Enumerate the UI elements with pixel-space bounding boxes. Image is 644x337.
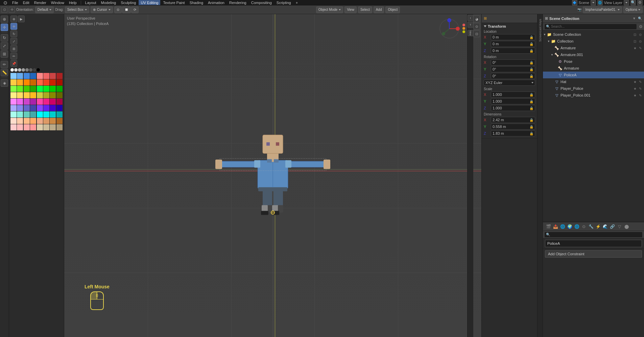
- swatch-mg[interactable]: [18, 68, 21, 72]
- color-swatch-30[interactable]: [43, 92, 49, 98]
- color-swatch-63[interactable]: [50, 118, 56, 124]
- location-x-field[interactable]: 0 m 🔒: [491, 34, 535, 40]
- snap-btn[interactable]: 🔲: [122, 6, 131, 13]
- swatch-g1[interactable]: [29, 68, 32, 72]
- outliner-scene-collection[interactable]: ▼ 📁 Scene Collection ⊡ ⊙: [543, 31, 644, 38]
- color-swatch-52[interactable]: [30, 111, 36, 118]
- proportional-edit-btn[interactable]: ⊙: [114, 6, 122, 13]
- lock-icon-z[interactable]: 🔒: [529, 49, 533, 53]
- outliner-hat[interactable]: ▽ Hat ★ ✎: [543, 78, 644, 85]
- player001-edit[interactable]: ✎: [638, 93, 643, 98]
- color-swatch-49[interactable]: [10, 111, 17, 118]
- workspace-rendering[interactable]: Rendering: [227, 0, 248, 5]
- color-swatch-14[interactable]: [43, 79, 49, 85]
- rotation-mode-dropdown[interactable]: XYZ Euler: [484, 80, 535, 86]
- overlay-toggle[interactable]: ⊙: [473, 23, 480, 30]
- color-swatch-13[interactable]: [37, 79, 43, 85]
- scene-selector[interactable]: [591, 0, 596, 5]
- color-swatch-68[interactable]: [30, 124, 36, 130]
- player001-star[interactable]: ★: [633, 93, 637, 98]
- outliner-policea[interactable]: ▽ PoliceA: [543, 72, 644, 78]
- view-layer-props-icon[interactable]: 🌐: [559, 223, 566, 230]
- color-swatch-47[interactable]: [50, 105, 56, 111]
- workspace-uv-editing[interactable]: UV Editing: [139, 0, 160, 5]
- outliner-armature-child[interactable]: 🦴 Armature: [543, 65, 644, 72]
- color-swatch-62[interactable]: [43, 118, 49, 124]
- color-swatch-61[interactable]: [37, 118, 43, 124]
- view-btn-side[interactable]: View: [468, 30, 474, 36]
- outliner-pose[interactable]: ⚙ Pose: [543, 58, 644, 65]
- player-star[interactable]: ★: [633, 86, 637, 91]
- lock-sx[interactable]: 🔒: [529, 93, 533, 97]
- cursor-dropdown[interactable]: ⊕ Cursor: [91, 6, 113, 13]
- color-swatch-69[interactable]: [37, 124, 43, 130]
- color-swatch-27[interactable]: [24, 92, 30, 98]
- hat-star[interactable]: ★: [633, 79, 637, 84]
- cursor-tool[interactable]: ⊕: [1, 16, 8, 23]
- color-swatch-43[interactable]: [24, 105, 30, 111]
- color-swatch-60[interactable]: [30, 118, 36, 124]
- color-swatch-58[interactable]: [17, 118, 23, 124]
- color-swatch-31[interactable]: [50, 92, 56, 98]
- exclude-icon[interactable]: ⊡: [633, 32, 637, 37]
- color-swatch-7[interactable]: [50, 73, 56, 79]
- transform-tool[interactable]: ⊞: [1, 50, 8, 58]
- workspace-add[interactable]: +: [294, 0, 300, 5]
- outliner-armature-001[interactable]: ▼ 🦴 Armature.001: [543, 51, 644, 58]
- rotation-y-field[interactable]: 0° 🔒: [491, 66, 535, 72]
- color-swatch-15[interactable]: [50, 79, 56, 85]
- outliner-collection[interactable]: ▼ 📁 Collection ⊡ ⊙: [543, 38, 644, 45]
- color-swatch-1[interactable]: [10, 73, 17, 79]
- lock-rx[interactable]: 🔒: [529, 61, 533, 64]
- rotation-z-field[interactable]: 0° 🔒: [491, 73, 535, 79]
- swatch-white[interactable]: [10, 68, 14, 72]
- color-swatch-10[interactable]: [17, 79, 23, 85]
- uv-scale-tool[interactable]: ⤢: [10, 38, 17, 45]
- header-icon-1[interactable]: ⊙: [1, 7, 7, 13]
- particles-props-icon[interactable]: ⚡: [595, 223, 601, 230]
- drag-mode-dropdown[interactable]: Select Box: [65, 6, 89, 13]
- color-swatch-46[interactable]: [43, 105, 49, 111]
- render-props-icon[interactable]: 🎬: [545, 223, 552, 230]
- menu-help[interactable]: Help: [67, 0, 79, 5]
- annotate-tool[interactable]: ✏: [1, 61, 8, 68]
- scale-x-field[interactable]: 1.000 🔒: [491, 92, 535, 98]
- color-swatch-23[interactable]: [50, 86, 56, 92]
- coll-exclude[interactable]: ⊡: [633, 39, 637, 44]
- render-mode-solid[interactable]: ◕: [473, 16, 480, 22]
- color-swatch-21[interactable]: [37, 86, 43, 92]
- lock-icon[interactable]: 🔒: [529, 35, 533, 39]
- physics-props-icon[interactable]: 🌊: [602, 223, 609, 230]
- engine-icon[interactable]: 🔷: [572, 0, 577, 5]
- color-swatch-44[interactable]: [30, 105, 36, 111]
- workspace-compositing[interactable]: Compositing: [249, 0, 274, 5]
- lock-sz[interactable]: 🔒: [529, 106, 533, 110]
- color-swatch-26[interactable]: [17, 92, 23, 98]
- color-swatch-41[interactable]: [10, 105, 17, 111]
- blender-icon[interactable]: ⊙: [1, 0, 9, 5]
- color-swatch-53[interactable]: [37, 111, 43, 118]
- color-swatch-6[interactable]: [43, 73, 49, 79]
- color-swatch-9[interactable]: [10, 79, 17, 85]
- tool-btn-side[interactable]: T: [468, 22, 474, 28]
- add-menu-btn[interactable]: Add: [374, 6, 384, 13]
- arm-star[interactable]: ★: [633, 46, 637, 50]
- color-swatch-59[interactable]: [24, 118, 30, 124]
- workspace-shading[interactable]: Shading: [188, 0, 205, 5]
- orientation-dropdown[interactable]: Default: [35, 6, 54, 13]
- color-swatch-55[interactable]: [50, 111, 56, 118]
- color-swatch-20[interactable]: [30, 86, 36, 92]
- location-z-field[interactable]: 0 m 🔒: [491, 48, 535, 54]
- location-y-field[interactable]: 0 m 🔒: [491, 41, 535, 47]
- object-menu-btn[interactable]: Object: [385, 6, 400, 13]
- world-props-icon[interactable]: 🌐: [573, 223, 580, 230]
- rotate-tool[interactable]: ↻: [1, 34, 8, 42]
- constraints-props-icon[interactable]: 🔗: [609, 223, 616, 230]
- menu-file[interactable]: File: [10, 0, 20, 5]
- color-swatch-2[interactable]: [17, 73, 23, 79]
- uv-pin-tool[interactable]: 📌: [10, 60, 17, 67]
- color-swatch-71[interactable]: [50, 124, 56, 130]
- filter-icon-outliner[interactable]: ▼: [633, 17, 636, 20]
- color-swatch-4[interactable]: [30, 73, 36, 79]
- options-btn[interactable]: Options: [623, 6, 643, 13]
